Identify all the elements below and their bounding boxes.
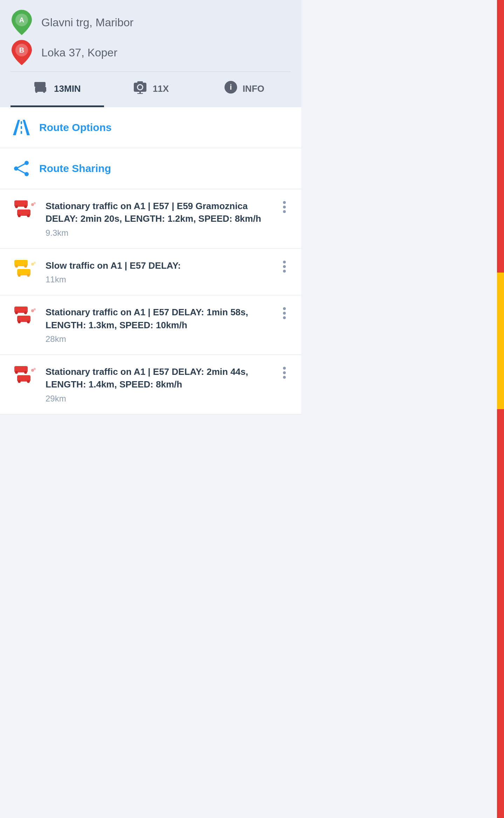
traffic-item-2: Slow traffic on A1 | E57 DELAY: 11km <box>0 249 301 295</box>
car-tab-icon <box>34 81 49 96</box>
svg-text:i: i <box>230 83 232 91</box>
pin-b-icon: B <box>11 41 33 64</box>
dot <box>283 270 286 273</box>
tab-time[interactable]: 13MIN <box>11 72 104 107</box>
svg-point-34 <box>31 203 34 206</box>
traffic-title-3: Stationary traffic on A1 | E57 DELAY: 1m… <box>46 306 272 331</box>
share-icon <box>13 161 30 176</box>
traffic-item-1: Stationary traffic on A1 | E57 | E59 Gra… <box>0 189 301 249</box>
header: A Glavni trg, Maribor B Loka 37, Koper <box>0 0 301 107</box>
location-b-text: Loka 37, Koper <box>41 46 117 59</box>
svg-rect-20 <box>21 121 22 124</box>
svg-point-43 <box>34 262 36 264</box>
svg-point-45 <box>15 311 18 314</box>
svg-point-59 <box>34 368 36 370</box>
location-b-row: B Loka 37, Koper <box>11 41 291 64</box>
svg-point-12 <box>138 85 142 89</box>
traffic-menu-3[interactable] <box>280 306 289 321</box>
svg-point-50 <box>31 309 34 312</box>
dot <box>283 265 286 268</box>
dot <box>283 261 286 263</box>
dot <box>283 312 286 315</box>
svg-point-33 <box>27 214 30 217</box>
route-options-row[interactable]: Route Options <box>0 107 301 148</box>
pin-a-icon: A <box>11 11 33 34</box>
traffic-title-4: Stationary traffic on A1 | E57 DELAY: 2m… <box>46 365 272 391</box>
traffic-title-1: Stationary traffic on A1 | E57 | E59 Gra… <box>46 200 272 225</box>
svg-point-41 <box>27 274 30 277</box>
svg-marker-18 <box>13 120 20 135</box>
dot <box>283 206 286 208</box>
svg-rect-22 <box>21 131 22 134</box>
traffic-item-4: Stationary traffic on A1 | E57 DELAY: 2m… <box>0 355 301 414</box>
traffic-content-4: Stationary traffic on A1 | E57 DELAY: 2m… <box>46 365 272 404</box>
info-tab-icon: i <box>224 80 238 97</box>
tab-cameras-label: 11X <box>153 83 169 94</box>
traffic-menu-1[interactable] <box>280 200 289 214</box>
svg-point-46 <box>24 311 27 314</box>
route-sharing-label: Route Sharing <box>39 163 111 174</box>
svg-point-9 <box>43 85 45 87</box>
svg-point-51 <box>34 308 36 310</box>
traffic-content-1: Stationary traffic on A1 | E57 | E59 Gra… <box>46 200 272 238</box>
tab-cameras[interactable]: 11X <box>104 72 198 107</box>
svg-point-48 <box>18 321 21 323</box>
svg-point-30 <box>24 205 27 208</box>
location-a-row: A Glavni trg, Maribor <box>11 11 291 34</box>
tab-info-label: INFO <box>243 83 264 94</box>
svg-point-7 <box>43 91 45 93</box>
traffic-icon-3 <box>13 306 37 324</box>
dot <box>283 210 286 213</box>
traffic-content-3: Stationary traffic on A1 | E57 DELAY: 1m… <box>46 306 272 344</box>
svg-line-27 <box>16 169 27 174</box>
traffic-distance-2: 11km <box>46 275 272 284</box>
svg-point-49 <box>27 321 30 323</box>
main-content: Route Options Route Sharing <box>0 107 301 414</box>
svg-point-58 <box>31 369 34 372</box>
traffic-distance-3: 28km <box>46 334 272 344</box>
svg-point-54 <box>24 371 27 374</box>
dot <box>283 316 286 319</box>
svg-point-40 <box>18 274 21 277</box>
traffic-content-2: Slow traffic on A1 | E57 DELAY: 11km <box>46 259 272 284</box>
svg-point-6 <box>35 91 37 93</box>
svg-marker-19 <box>23 120 30 135</box>
traffic-distance-4: 29km <box>46 394 272 404</box>
svg-rect-13 <box>137 81 143 83</box>
dot <box>283 307 286 310</box>
traffic-icon-2 <box>13 259 37 277</box>
traffic-distance-1: 9.3km <box>46 228 272 238</box>
svg-point-37 <box>15 265 18 268</box>
svg-point-29 <box>15 205 18 208</box>
svg-point-56 <box>18 380 21 383</box>
route-sharing-row[interactable]: Route Sharing <box>0 148 301 189</box>
camera-tab-icon <box>132 81 148 97</box>
traffic-menu-2[interactable] <box>280 259 289 274</box>
svg-point-32 <box>18 214 21 217</box>
tab-time-label: 13MIN <box>54 83 81 94</box>
traffic-icon-1 <box>13 200 37 218</box>
svg-text:A: A <box>19 16 24 24</box>
dot <box>283 376 286 379</box>
dot <box>283 201 286 204</box>
dot <box>283 367 286 370</box>
location-a-text: Glavni trg, Maribor <box>41 16 133 29</box>
traffic-icon-4 <box>13 365 37 384</box>
route-options-label: Route Options <box>39 122 112 133</box>
svg-point-38 <box>24 265 27 268</box>
svg-point-42 <box>31 263 34 266</box>
svg-rect-21 <box>21 126 22 129</box>
svg-point-57 <box>27 380 30 383</box>
tab-info[interactable]: i INFO <box>197 72 291 107</box>
svg-point-8 <box>35 85 37 87</box>
traffic-menu-4[interactable] <box>280 365 289 380</box>
svg-point-53 <box>15 371 18 374</box>
dot <box>283 371 286 374</box>
road-icon <box>13 120 30 135</box>
svg-rect-15 <box>137 93 143 94</box>
svg-point-35 <box>34 202 36 204</box>
tabs-row: 13MIN 11X i <box>11 71 291 107</box>
traffic-title-2: Slow traffic on A1 | E57 DELAY: <box>46 259 272 272</box>
svg-line-26 <box>16 163 27 169</box>
svg-text:B: B <box>19 46 24 54</box>
